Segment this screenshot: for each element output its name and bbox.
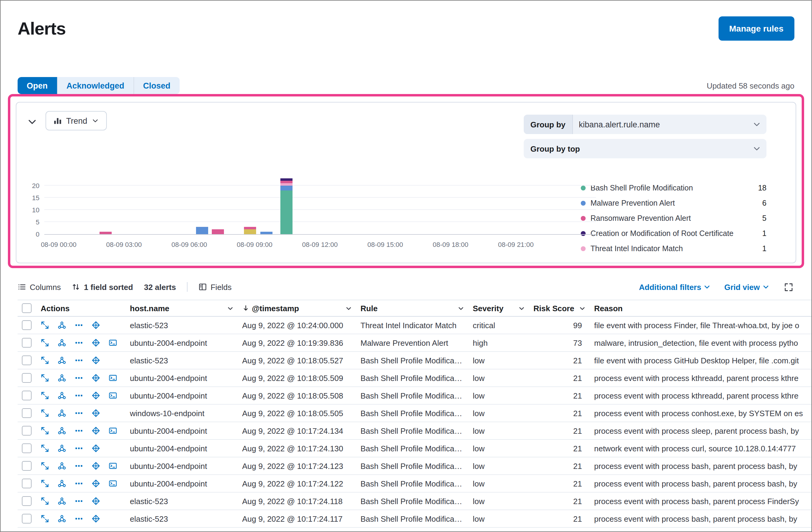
additional-filters-button[interactable]: Additional filters xyxy=(639,282,711,292)
row-checkbox[interactable] xyxy=(22,496,31,506)
sorted-fields-button[interactable]: 1 field sorted xyxy=(72,282,133,292)
more-actions-icon[interactable] xyxy=(75,391,83,400)
analyze-event-icon[interactable] xyxy=(58,462,66,470)
open-session-view-icon[interactable] xyxy=(108,479,117,488)
legend-item[interactable]: Ransomware Prevention Alert5 xyxy=(581,210,767,226)
group-by-top-label: Group by top xyxy=(524,139,586,158)
full-screen-button[interactable] xyxy=(783,281,794,293)
group-by-select[interactable]: Group by kibana.alert.rule.name xyxy=(524,115,767,134)
analyze-event-icon[interactable] xyxy=(58,374,66,382)
row-checkbox[interactable] xyxy=(22,391,31,400)
chart-bar[interactable] xyxy=(280,178,292,234)
row-checkbox[interactable] xyxy=(22,443,31,453)
analyze-event-icon[interactable] xyxy=(58,514,66,523)
expand-alert-icon[interactable] xyxy=(41,321,49,329)
row-checkbox[interactable] xyxy=(22,478,31,488)
analyze-event-icon[interactable] xyxy=(58,426,66,435)
chart-bar[interactable] xyxy=(244,227,257,234)
more-actions-icon[interactable] xyxy=(75,514,83,523)
more-actions-icon[interactable] xyxy=(75,426,83,435)
row-checkbox[interactable] xyxy=(22,408,31,418)
osquery-icon[interactable] xyxy=(92,444,100,453)
analyze-event-icon[interactable] xyxy=(58,479,66,488)
osquery-icon[interactable] xyxy=(92,339,100,347)
expand-alert-icon[interactable] xyxy=(41,409,49,417)
legend-item[interactable]: Malware Prevention Alert6 xyxy=(581,195,767,210)
row-checkbox[interactable] xyxy=(22,514,31,523)
row-checkbox[interactable] xyxy=(22,373,31,383)
row-actions xyxy=(36,497,125,505)
column-header-rule[interactable]: Rule xyxy=(356,304,468,313)
collapse-chart-button[interactable] xyxy=(25,115,40,129)
analyze-event-icon[interactable] xyxy=(58,444,66,453)
analyze-event-icon[interactable] xyxy=(58,409,66,417)
expand-alert-icon[interactable] xyxy=(41,462,49,470)
row-checkbox[interactable] xyxy=(22,461,31,471)
tab-closed[interactable]: Closed xyxy=(133,77,180,94)
expand-alert-icon[interactable] xyxy=(41,339,49,347)
osquery-icon[interactable] xyxy=(92,514,100,523)
columns-button[interactable]: Columns xyxy=(18,282,61,292)
expand-alert-icon[interactable] xyxy=(41,497,49,505)
osquery-icon[interactable] xyxy=(92,321,100,329)
open-session-view-icon[interactable] xyxy=(108,426,117,435)
more-actions-icon[interactable] xyxy=(75,444,83,453)
osquery-icon[interactable] xyxy=(92,497,100,505)
chart-bar[interactable] xyxy=(261,232,273,234)
row-actions xyxy=(36,479,125,488)
chart-bar[interactable] xyxy=(212,229,223,234)
expand-alert-icon[interactable] xyxy=(41,426,49,435)
grid-view-button[interactable]: Grid view xyxy=(724,282,769,292)
analyze-event-icon[interactable] xyxy=(58,497,66,505)
row-checkbox[interactable] xyxy=(22,320,31,330)
column-header-host-name[interactable]: host.name xyxy=(125,304,237,313)
more-actions-icon[interactable] xyxy=(75,497,83,505)
more-actions-icon[interactable] xyxy=(75,462,83,470)
analyze-event-icon[interactable] xyxy=(58,339,66,347)
osquery-icon[interactable] xyxy=(92,356,100,365)
analyze-event-icon[interactable] xyxy=(58,321,66,329)
osquery-icon[interactable] xyxy=(92,374,100,382)
expand-alert-icon[interactable] xyxy=(41,514,49,523)
analyze-event-icon[interactable] xyxy=(58,391,66,400)
open-session-view-icon[interactable] xyxy=(108,391,117,400)
column-header-timestamp[interactable]: @timestamp xyxy=(237,304,356,313)
tab-open[interactable]: Open xyxy=(18,77,57,94)
more-actions-icon[interactable] xyxy=(75,339,83,347)
open-session-view-icon[interactable] xyxy=(108,462,117,470)
expand-alert-icon[interactable] xyxy=(41,479,49,488)
column-header-severity[interactable]: Severity xyxy=(468,304,528,313)
osquery-icon[interactable] xyxy=(92,409,100,417)
more-actions-icon[interactable] xyxy=(75,321,83,329)
open-session-view-icon[interactable] xyxy=(108,374,117,382)
select-all-checkbox[interactable] xyxy=(22,303,31,313)
more-actions-icon[interactable] xyxy=(75,409,83,417)
chart-bar[interactable] xyxy=(100,232,112,234)
osquery-icon[interactable] xyxy=(92,391,100,400)
row-checkbox[interactable] xyxy=(22,338,31,348)
manage-rules-button[interactable]: Manage rules xyxy=(718,16,794,41)
expand-alert-icon[interactable] xyxy=(41,444,49,453)
legend-item[interactable]: Bash Shell Profile Modification18 xyxy=(581,180,767,195)
more-actions-icon[interactable] xyxy=(75,374,83,382)
open-session-view-icon[interactable] xyxy=(108,339,117,347)
legend-item[interactable]: Creation or Modification of Root Certifi… xyxy=(581,226,767,241)
chart-type-select[interactable]: Trend xyxy=(45,111,107,130)
column-header-risk-score[interactable]: Risk Score xyxy=(528,304,589,313)
osquery-icon[interactable] xyxy=(92,462,100,470)
fields-button[interactable]: Fields xyxy=(199,282,232,292)
osquery-icon[interactable] xyxy=(92,426,100,435)
more-actions-icon[interactable] xyxy=(75,356,83,365)
analyze-event-icon[interactable] xyxy=(58,356,66,365)
row-checkbox[interactable] xyxy=(22,355,31,365)
expand-alert-icon[interactable] xyxy=(41,391,49,400)
chart-bar[interactable] xyxy=(196,227,208,234)
legend-item[interactable]: Threat Intel Indicator Match1 xyxy=(581,241,767,256)
osquery-icon[interactable] xyxy=(92,479,100,488)
expand-alert-icon[interactable] xyxy=(41,374,49,382)
group-by-top-select[interactable]: Group by top xyxy=(524,139,767,158)
expand-alert-icon[interactable] xyxy=(41,356,49,365)
more-actions-icon[interactable] xyxy=(75,479,83,488)
row-checkbox[interactable] xyxy=(22,426,31,435)
tab-acknowledged[interactable]: Acknowledged xyxy=(57,77,133,94)
